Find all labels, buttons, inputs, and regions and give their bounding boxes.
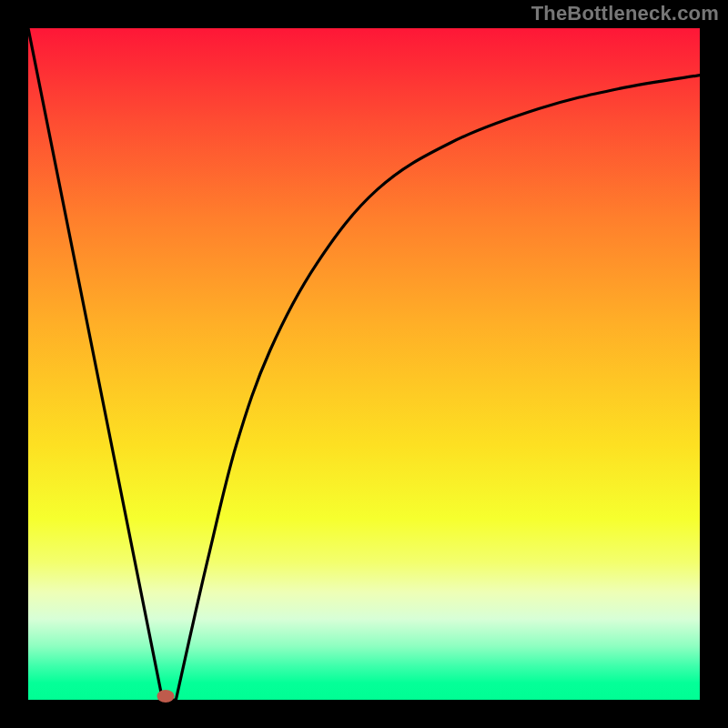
plot-gradient-background — [28, 28, 700, 700]
chart-frame: TheBottleneck.com — [0, 0, 728, 728]
watermark-text: TheBottleneck.com — [531, 2, 719, 25]
minimum-marker — [157, 690, 175, 703]
